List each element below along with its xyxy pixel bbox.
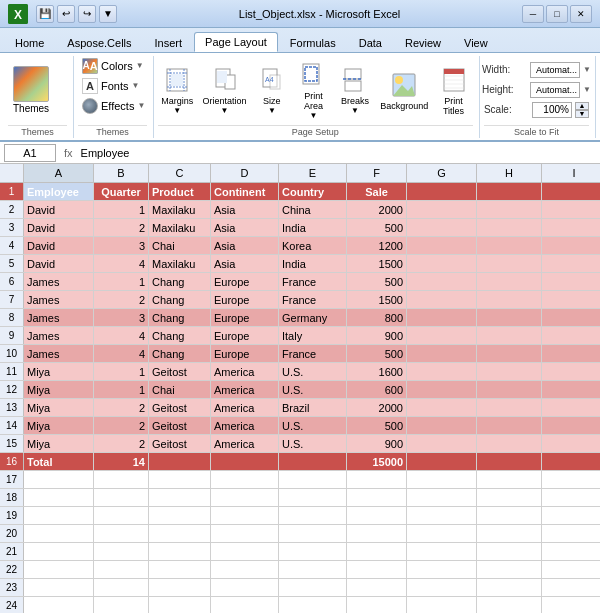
grid-cell[interactable]: Miya — [24, 435, 94, 452]
grid-cell[interactable] — [477, 471, 542, 488]
undo-button[interactable]: ↩ — [57, 5, 75, 23]
grid-cell[interactable]: Asia — [211, 255, 279, 272]
row-number[interactable]: 20 — [0, 525, 24, 542]
close-button[interactable]: ✕ — [570, 5, 592, 23]
grid-cell[interactable] — [477, 399, 542, 416]
grid-cell[interactable] — [407, 525, 477, 542]
row-number[interactable]: 14 — [0, 417, 24, 434]
grid-cell[interactable] — [279, 561, 347, 578]
grid-cell[interactable] — [477, 255, 542, 272]
row-number[interactable]: 12 — [0, 381, 24, 398]
grid-cell[interactable] — [279, 507, 347, 524]
grid-cell[interactable]: America — [211, 363, 279, 380]
col-header-f[interactable]: F — [347, 164, 407, 182]
grid-cell[interactable] — [477, 273, 542, 290]
grid-cell[interactable] — [542, 255, 600, 272]
grid-cell[interactable] — [542, 399, 600, 416]
scale-down-button[interactable]: ▼ — [575, 110, 589, 118]
grid-cell[interactable] — [279, 543, 347, 560]
grid-cell[interactable] — [211, 507, 279, 524]
col-header-d[interactable]: D — [211, 164, 279, 182]
grid-cell[interactable]: Chang — [149, 327, 211, 344]
grid-cell[interactable] — [542, 345, 600, 362]
grid-cell[interactable]: Product — [149, 183, 211, 200]
grid-cell[interactable]: 1500 — [347, 255, 407, 272]
grid-cell[interactable] — [407, 309, 477, 326]
grid-cell[interactable] — [542, 489, 600, 506]
grid-cell[interactable] — [542, 201, 600, 218]
grid-cell[interactable] — [149, 507, 211, 524]
grid-cell[interactable]: 2 — [94, 435, 149, 452]
grid-cell[interactable] — [477, 453, 542, 470]
grid-cell[interactable] — [149, 561, 211, 578]
grid-cell[interactable]: 1 — [94, 201, 149, 218]
grid-cell[interactable]: Country — [279, 183, 347, 200]
grid-cell[interactable] — [24, 579, 94, 596]
grid-cell[interactable]: Chai — [149, 381, 211, 398]
grid-cell[interactable] — [542, 435, 600, 452]
grid-cell[interactable] — [24, 489, 94, 506]
grid-cell[interactable]: Miya — [24, 417, 94, 434]
grid-cell[interactable] — [542, 471, 600, 488]
grid-cell[interactable] — [94, 543, 149, 560]
row-number[interactable]: 7 — [0, 291, 24, 308]
grid-cell[interactable] — [347, 561, 407, 578]
grid-cell[interactable] — [477, 435, 542, 452]
grid-cell[interactable]: James — [24, 273, 94, 290]
grid-cell[interactable]: 1500 — [347, 291, 407, 308]
grid-cell[interactable]: China — [279, 201, 347, 218]
row-number[interactable]: 5 — [0, 255, 24, 272]
quick-access-more[interactable]: ▼ — [99, 5, 117, 23]
redo-button[interactable]: ↪ — [78, 5, 96, 23]
fonts-button[interactable]: A Fonts ▼ — [78, 76, 143, 95]
grid-cell[interactable] — [542, 291, 600, 308]
grid-cell[interactable]: James — [24, 327, 94, 344]
grid-cell[interactable]: 1 — [94, 381, 149, 398]
grid-cell[interactable]: Europe — [211, 327, 279, 344]
grid-cell[interactable] — [542, 327, 600, 344]
grid-cell[interactable] — [542, 309, 600, 326]
maximize-button[interactable]: □ — [546, 5, 568, 23]
grid-cell[interactable]: U.S. — [279, 417, 347, 434]
grid-cell[interactable] — [477, 543, 542, 560]
grid-cell[interactable] — [407, 345, 477, 362]
grid-cell[interactable] — [149, 597, 211, 613]
grid-cell[interactable] — [477, 183, 542, 200]
row-number[interactable]: 23 — [0, 579, 24, 596]
grid-cell[interactable]: 2 — [94, 399, 149, 416]
grid-cell[interactable] — [149, 489, 211, 506]
grid-cell[interactable]: Total — [24, 453, 94, 470]
orientation-button[interactable]: Orientation ▼ — [200, 61, 250, 118]
grid-cell[interactable] — [407, 417, 477, 434]
row-number[interactable]: 10 — [0, 345, 24, 362]
col-header-a[interactable]: A — [24, 164, 94, 182]
grid-cell[interactable] — [279, 453, 347, 470]
grid-cell[interactable] — [477, 597, 542, 613]
grid-cell[interactable]: Continent — [211, 183, 279, 200]
grid-cell[interactable] — [407, 579, 477, 596]
grid-cell[interactable]: Sale — [347, 183, 407, 200]
grid-cell[interactable] — [211, 543, 279, 560]
grid-cell[interactable]: America — [211, 381, 279, 398]
grid-cell[interactable]: 1200 — [347, 237, 407, 254]
grid-cell[interactable] — [477, 507, 542, 524]
grid-cell[interactable]: U.S. — [279, 435, 347, 452]
grid-cell[interactable]: Maxilaku — [149, 255, 211, 272]
grid-cell[interactable]: Italy — [279, 327, 347, 344]
grid-cell[interactable] — [24, 507, 94, 524]
grid-cell[interactable]: Europe — [211, 309, 279, 326]
grid-cell[interactable]: Geitost — [149, 399, 211, 416]
grid-cell[interactable] — [407, 471, 477, 488]
grid-cell[interactable]: India — [279, 219, 347, 236]
colors-button[interactable]: A Colors ▼ — [78, 56, 148, 75]
row-number[interactable]: 16 — [0, 453, 24, 470]
grid-cell[interactable]: Asia — [211, 219, 279, 236]
grid-cell[interactable]: 900 — [347, 435, 407, 452]
scale-input[interactable] — [532, 102, 572, 118]
grid-cell[interactable]: David — [24, 255, 94, 272]
grid-cell[interactable]: Quarter — [94, 183, 149, 200]
grid-cell[interactable]: France — [279, 345, 347, 362]
grid-cell[interactable] — [211, 561, 279, 578]
grid-cell[interactable]: Brazil — [279, 399, 347, 416]
tab-aspose[interactable]: Aspose.Cells — [56, 32, 142, 52]
